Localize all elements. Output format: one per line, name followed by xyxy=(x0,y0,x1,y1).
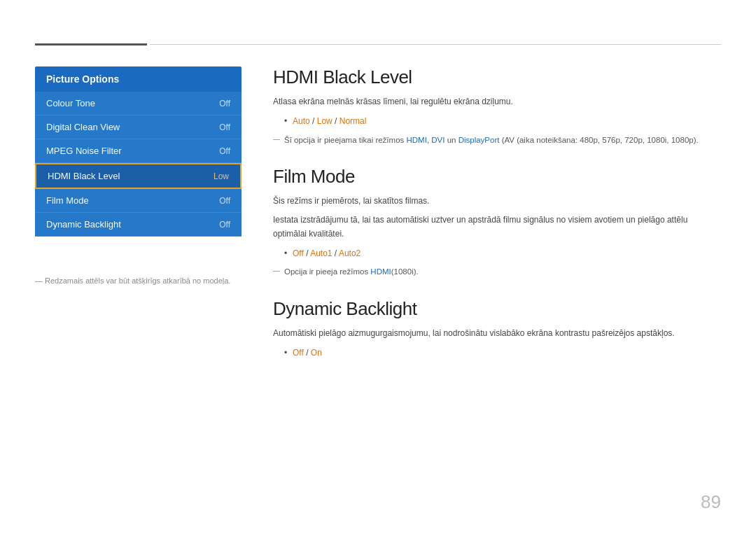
option-list-film: Off / Auto1 / Auto2 xyxy=(273,246,721,262)
sidebar-item-hdmi-black-level[interactable]: HDMI Black Level Low xyxy=(35,163,241,189)
section-desc-hdmi: Atlasa ekrāna melnās krāsas līmeni, lai … xyxy=(273,95,721,108)
section-desc-film-2: Iestata izstrādājumu tā, lai tas automāt… xyxy=(273,213,721,240)
section-film-mode: Film Mode Šis režīms ir piemērots, lai s… xyxy=(273,166,721,279)
sidebar-item-label: Film Mode xyxy=(46,195,89,206)
sidebar-item-label: Colour Tone xyxy=(46,98,95,108)
option-off-dynamic: Off xyxy=(293,348,304,358)
link-displayport: DisplayPort xyxy=(458,136,500,144)
top-line-light xyxy=(150,44,721,45)
note-film: Opcija ir pieeja režīmos HDMI(1080i). xyxy=(273,265,721,278)
option-list-dynamic: Off / On xyxy=(273,346,721,361)
top-decorative-lines xyxy=(35,43,721,45)
sidebar-item-colour-tone[interactable]: Colour Tone Off xyxy=(35,92,241,115)
page-number: 89 xyxy=(701,491,721,513)
option-item-hdmi: Auto / Low / Normal xyxy=(284,114,721,129)
link-dvi: DVI xyxy=(431,136,444,144)
footnote: ― Redzamais attēls var būt atšķirīgs atk… xyxy=(35,276,230,285)
sidebar-item-mpeg-noise-filter[interactable]: MPEG Noise Filter Off xyxy=(35,139,241,163)
sidebar-item-value: Off xyxy=(219,196,230,206)
option-sep1: / xyxy=(312,116,317,126)
sidebar-item-dynamic-backlight[interactable]: Dynamic Backlight Off xyxy=(35,213,241,237)
option-sep5: / xyxy=(306,348,311,358)
top-line-dark xyxy=(35,43,147,45)
option-auto2: Auto2 xyxy=(339,248,360,258)
sidebar-item-label: HDMI Black Level xyxy=(48,171,120,181)
sidebar-item-label: Digital Clean View xyxy=(46,122,120,132)
sidebar-item-value: Off xyxy=(219,146,230,156)
sidebar-item-label: MPEG Noise Filter xyxy=(46,146,122,156)
option-list-hdmi: Auto / Low / Normal xyxy=(273,114,721,129)
sidebar-item-value: Off xyxy=(219,220,230,230)
option-auto: Auto xyxy=(293,116,310,126)
section-dynamic-backlight: Dynamic Backlight Automātiski pielāgo ai… xyxy=(273,298,721,361)
sidebar-item-value: Low xyxy=(214,171,229,181)
option-normal: Normal xyxy=(340,116,367,126)
section-desc-dynamic: Automātiski pielāgo aizmugurgaismojumu, … xyxy=(273,327,721,340)
option-item-dynamic: Off / On xyxy=(284,346,721,361)
section-title-film: Film Mode xyxy=(273,166,721,188)
option-off-film: Off xyxy=(293,248,304,258)
sidebar-panel: Picture Options Colour Tone Off Digital … xyxy=(35,66,241,237)
option-low: Low xyxy=(317,116,332,126)
sidebar-item-label: Dynamic Backlight xyxy=(46,219,121,230)
section-desc-film-1: Šis režīms ir piemērots, lai skatītos fi… xyxy=(273,195,721,208)
section-title-dynamic: Dynamic Backlight xyxy=(273,298,721,320)
option-on-dynamic: On xyxy=(311,348,322,358)
section-hdmi-black-level: HDMI Black Level Atlasa ekrāna melnās kr… xyxy=(273,66,721,146)
sidebar-item-film-mode[interactable]: Film Mode Off xyxy=(35,189,241,213)
sidebar-item-value: Off xyxy=(219,99,230,108)
option-auto1: Auto1 xyxy=(310,248,332,258)
note-hdmi: Šī opcija ir pieejama tikai režīmos HDMI… xyxy=(273,134,721,146)
sidebar-item-digital-clean-view[interactable]: Digital Clean View Off xyxy=(35,115,241,139)
main-content: HDMI Black Level Atlasa ekrāna melnās kr… xyxy=(273,66,721,381)
link-hdmi: HDMI xyxy=(406,136,426,144)
option-item-film: Off / Auto1 / Auto2 xyxy=(284,246,721,262)
sidebar-item-value: Off xyxy=(219,122,230,132)
section-title-hdmi: HDMI Black Level xyxy=(273,66,721,88)
sidebar-header: Picture Options xyxy=(35,66,241,92)
link-hdmi-film: HDMI xyxy=(370,267,391,276)
option-sep2: / xyxy=(335,116,340,126)
